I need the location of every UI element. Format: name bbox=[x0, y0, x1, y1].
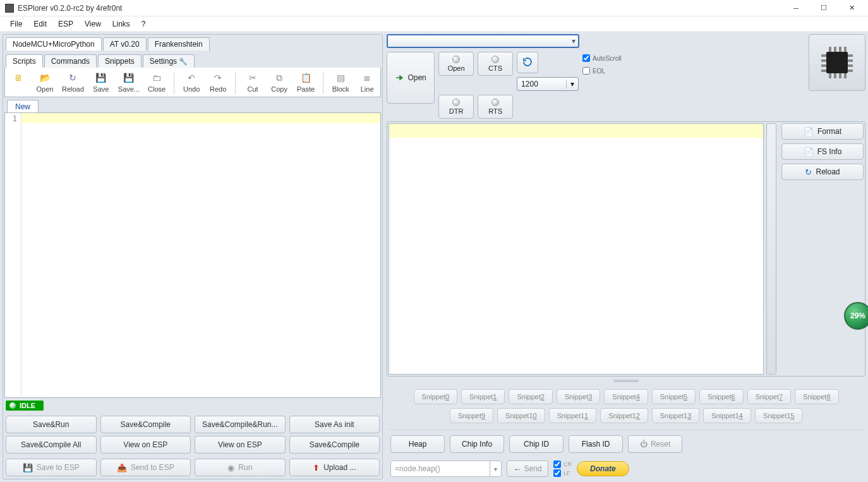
snippet-2-button[interactable]: Snippet2 bbox=[509, 389, 552, 404]
close-button[interactable]: ✕ bbox=[838, 0, 865, 16]
dtr-led-icon bbox=[452, 99, 460, 106]
toolbar-copy-button[interactable]: ⧉Copy bbox=[268, 70, 290, 94]
snippet-0-button[interactable]: Snippet0 bbox=[414, 389, 457, 404]
code-editor[interactable]: 1 bbox=[4, 112, 381, 398]
sub-tab-settings[interactable]: Settings🔧 bbox=[143, 54, 195, 68]
menu-help[interactable]: ? bbox=[136, 18, 151, 30]
chip-id-button[interactable]: Chip ID bbox=[509, 435, 564, 453]
side-fs-info-button[interactable]: 📄FS Info bbox=[781, 143, 864, 160]
firmware-tab-1[interactable]: AT v0.20 bbox=[103, 37, 147, 51]
toolbar-open-folder-button[interactable]: 📂Open bbox=[34, 70, 56, 94]
toolbar-separator bbox=[235, 73, 236, 94]
send-to-esp-icon: 📤 bbox=[117, 463, 127, 473]
splitter-handle[interactable] bbox=[387, 379, 865, 383]
snippet-4-button[interactable]: Snippet4 bbox=[604, 389, 648, 404]
menu-links[interactable]: Links bbox=[107, 18, 135, 30]
flash-id-button[interactable]: Flash ID bbox=[569, 435, 623, 453]
lf-checkbox[interactable]: LF bbox=[553, 469, 572, 477]
cut-icon: ✂ bbox=[246, 71, 259, 84]
chip-info-button[interactable]: Chip Info bbox=[450, 435, 504, 453]
firmware-tab-0[interactable]: NodeMCU+MicroPython bbox=[6, 37, 102, 51]
lb1-btn-2[interactable]: Save&Compile&Run... bbox=[195, 416, 286, 433]
snippet-12-button[interactable]: Snippet12 bbox=[600, 408, 648, 423]
lb2-btn-0[interactable]: Save&Compile All bbox=[6, 436, 97, 454]
autoscroll-checkbox[interactable]: AutoScroll bbox=[582, 54, 622, 62]
editor-tab-new[interactable]: New bbox=[7, 100, 39, 113]
lb1-btn-3[interactable]: Save As init bbox=[289, 416, 380, 433]
svg-rect-3 bbox=[839, 47, 841, 52]
open-led-button[interactable]: Open bbox=[438, 52, 474, 76]
lb2-btn-2[interactable]: View on ESP bbox=[195, 436, 286, 454]
lb2-btn-3[interactable]: Save&Compile bbox=[289, 436, 380, 454]
menu-esp[interactable]: ESP bbox=[53, 18, 78, 30]
side-format-button[interactable]: 📄Format bbox=[781, 123, 864, 140]
serial-console[interactable] bbox=[389, 123, 764, 375]
cts-led-button[interactable]: CTS bbox=[478, 52, 513, 76]
minimize-button[interactable]: ─ bbox=[782, 0, 810, 16]
command-dropdown-icon[interactable]: ▾ bbox=[490, 461, 501, 476]
chip-buttons-row: HeapChip InfoChip IDFlash ID⏻Reset bbox=[387, 433, 865, 455]
snippet-8-button[interactable]: Snippet8 bbox=[795, 389, 838, 404]
snippet-5-button[interactable]: Snippet5 bbox=[652, 389, 696, 404]
open-connection-button[interactable]: Open bbox=[387, 52, 435, 104]
svg-rect-13 bbox=[848, 54, 853, 57]
toolbar-save-button[interactable]: 💾Save bbox=[90, 70, 112, 94]
serial-port-select[interactable]: ▾ bbox=[387, 34, 579, 48]
toolbar-undo-button[interactable]: ↶Undo bbox=[181, 70, 202, 94]
cr-checkbox[interactable]: CR bbox=[553, 461, 572, 468]
baud-rate-select[interactable]: 1200 bbox=[517, 77, 579, 91]
lb3-btn-2[interactable]: ◉Run bbox=[195, 459, 286, 476]
toolbar-block-button[interactable]: ▤Block bbox=[330, 70, 351, 94]
reset-button[interactable]: ⏻Reset bbox=[628, 435, 682, 453]
new-file-button[interactable]: 🗎 bbox=[8, 70, 29, 94]
snippet-9-button[interactable]: Snippet9 bbox=[450, 408, 493, 423]
lb1-btn-1[interactable]: Save&Compile bbox=[100, 416, 191, 433]
sub-tab-snippets[interactable]: Snippets bbox=[98, 54, 142, 68]
action-buttons-row1: Save&RunSave&CompileSave&Compile&Run...S… bbox=[4, 414, 381, 435]
console-scrollbar[interactable] bbox=[766, 123, 776, 375]
toolbar-close-button[interactable]: 🗀Close bbox=[146, 70, 167, 94]
menu-file[interactable]: File bbox=[5, 18, 27, 30]
app-icon bbox=[5, 4, 14, 13]
snippet-15-button[interactable]: Snippet15 bbox=[755, 408, 803, 423]
open-folder-icon: 📂 bbox=[39, 71, 51, 84]
toolbar-separator bbox=[174, 73, 174, 94]
refresh-ports-button[interactable] bbox=[517, 52, 538, 73]
dtr-button[interactable]: DTR bbox=[438, 95, 474, 119]
lb3-btn-3[interactable]: ⬆Upload ... bbox=[289, 459, 380, 476]
firmware-tab-2[interactable]: Frankenshtein bbox=[148, 37, 210, 51]
menu-view[interactable]: View bbox=[80, 18, 106, 30]
toolbar-reload-button[interactable]: ↻Reload bbox=[61, 70, 85, 94]
command-input[interactable]: =node.heap() ▾ bbox=[390, 461, 502, 477]
snippet-10-button[interactable]: Snippet10 bbox=[497, 408, 545, 423]
menu-edit[interactable]: Edit bbox=[28, 18, 52, 30]
editor-area[interactable] bbox=[21, 113, 380, 397]
heap-button[interactable]: Heap bbox=[390, 435, 445, 453]
snippet-13-button[interactable]: Snippet13 bbox=[652, 408, 700, 423]
snippet-7-button[interactable]: Snippet7 bbox=[747, 389, 791, 404]
toolbar-line-button[interactable]: ≣Line bbox=[356, 70, 378, 94]
eol-checkbox[interactable]: EOL bbox=[582, 67, 622, 75]
status-idle: IDLE bbox=[6, 401, 44, 411]
send-button[interactable]: ← Send bbox=[507, 461, 548, 477]
snippet-11-button[interactable]: Snippet11 bbox=[549, 408, 597, 423]
sub-tab-scripts[interactable]: Scripts bbox=[6, 54, 43, 68]
maximize-button[interactable]: ☐ bbox=[810, 0, 838, 16]
toolbar-cut-button[interactable]: ✂Cut bbox=[242, 70, 263, 94]
toolbar-saveas-button[interactable]: 💾Save... bbox=[117, 70, 141, 94]
toolbar-paste-button[interactable]: 📋Paste bbox=[295, 70, 316, 94]
side-reload-button[interactable]: ↻Reload bbox=[781, 164, 864, 180]
snippet-1-button[interactable]: Snippet1 bbox=[461, 389, 505, 404]
sub-tab-commands[interactable]: Commands bbox=[44, 54, 97, 68]
snippet-3-button[interactable]: Snippet3 bbox=[557, 389, 600, 404]
snippet-14-button[interactable]: Snippet14 bbox=[703, 408, 751, 423]
svg-rect-12 bbox=[821, 69, 826, 72]
snippet-6-button[interactable]: Snippet6 bbox=[699, 389, 743, 404]
lb3-btn-1[interactable]: 📤Send to ESP bbox=[100, 459, 191, 476]
lb2-btn-1[interactable]: View on ESP bbox=[100, 436, 191, 454]
lb3-btn-0[interactable]: 💾Save to ESP bbox=[6, 459, 97, 476]
lb1-btn-0[interactable]: Save&Run bbox=[6, 416, 97, 433]
toolbar-redo-button[interactable]: ↷Redo bbox=[207, 70, 229, 94]
donate-button[interactable]: Donate bbox=[577, 461, 629, 476]
rts-button[interactable]: RTS bbox=[478, 95, 513, 119]
